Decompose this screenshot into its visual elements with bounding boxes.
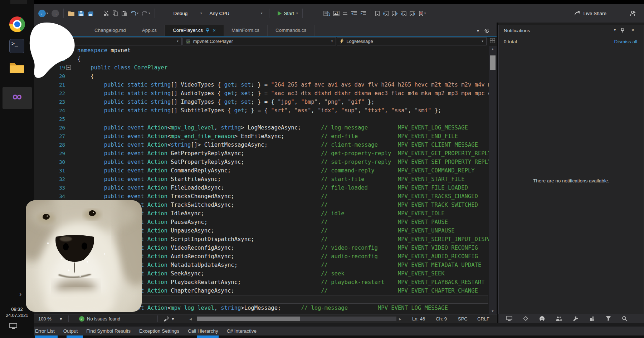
scroll-right-icon[interactable]: ▶ <box>399 314 401 323</box>
save-button[interactable] <box>78 10 84 16</box>
health-indicator[interactable]: ✓ No issues found <box>79 314 120 323</box>
code-line[interactable]: 24 public static string[] SubtitleTypes … <box>34 106 489 115</box>
redo-button[interactable]: ▾ <box>142 11 150 16</box>
next-bookmark-button[interactable] <box>392 11 397 16</box>
visual-studio-taskbar-tile[interactable]: ∞ <box>3 87 32 109</box>
code-line[interactable]: 34 public event Action TracksChangedAsyn… <box>34 192 489 201</box>
bookmark-icon <box>375 11 380 16</box>
send-feedback-button[interactable] <box>630 10 636 16</box>
code-line[interactable]: 21 public static string[] VideoTypes { g… <box>34 80 489 89</box>
building-icon[interactable] <box>589 316 595 321</box>
chevron-down-icon: ▾ <box>296 12 298 15</box>
code-text: public event Action<mpv_end_file_reason>… <box>77 132 489 141</box>
code-line[interactable]: 33 public event Action FileLoadedAsync; … <box>34 183 489 192</box>
solution-configuration-dropdown[interactable]: Debug ▾ <box>171 9 204 18</box>
navigate-backward-button[interactable]: ← ▾ <box>38 10 48 17</box>
copy-button[interactable] <box>112 10 118 16</box>
solution-platform-dropdown[interactable]: Any CPU ▾ <box>208 9 265 18</box>
panel-tab-find-symbol-results[interactable]: Find Symbol Results <box>86 328 131 334</box>
panel-tab-output[interactable]: Output <box>63 328 78 334</box>
code-line[interactable]: 17−namespace mpvnet <box>34 46 489 55</box>
next-bookmark-in-folder-button[interactable] <box>410 11 415 16</box>
type-dropdown[interactable]: C# mpvnet.CorePlayer ▾ <box>182 37 336 45</box>
open-file-button[interactable] <box>68 10 75 16</box>
close-icon[interactable]: × <box>213 28 216 33</box>
increase-indent-button[interactable] <box>360 11 366 16</box>
show-desktop-icon[interactable] <box>9 323 17 329</box>
undo-button[interactable]: ▾ <box>130 11 139 16</box>
search-icon[interactable] <box>622 316 628 322</box>
code-cleanup-button[interactable] <box>164 314 169 323</box>
navigate-forward-button[interactable]: → <box>52 10 59 17</box>
horizontal-scrollbar-thumb[interactable] <box>197 317 300 321</box>
taskbar-chevron-icon[interactable]: › <box>19 290 21 298</box>
live-share-button[interactable]: Live Share <box>574 10 606 16</box>
previous-bookmark-in-folder-button[interactable] <box>401 11 406 16</box>
dismiss-all-link[interactable]: Dismiss all <box>614 39 637 44</box>
vertical-scrollbar-thumb[interactable] <box>490 55 496 70</box>
tab-commands-cs[interactable]: Commands.cs <box>268 25 314 36</box>
toggle-bookmark-button[interactable] <box>375 11 380 16</box>
member-dropdown[interactable]: LogMessage ▾ <box>337 37 487 45</box>
tab-changelog-md[interactable]: Changelog.md <box>87 25 134 36</box>
panel-tab-exception-settings[interactable]: Exception Settings <box>139 328 179 334</box>
pin-icon[interactable] <box>620 28 625 33</box>
find-in-files-button[interactable] <box>323 10 330 16</box>
line-ending-mode[interactable]: CRLF <box>477 314 489 323</box>
code-line[interactable]: 25 <box>34 115 489 123</box>
code-line[interactable]: 32 public event Action StartFileAsync; /… <box>34 175 489 183</box>
image-button[interactable] <box>333 11 340 16</box>
filter-icon[interactable] <box>606 316 611 321</box>
code-line[interactable]: 19− public class CorePlayer <box>34 63 489 72</box>
tab-mainform-cs[interactable]: MainForm.cs <box>224 25 268 36</box>
panel-tab-c-interactive[interactable]: C# Interactive <box>227 328 257 334</box>
paste-button[interactable] <box>121 10 127 16</box>
monitor-icon[interactable] <box>506 316 512 321</box>
scroll-up-icon[interactable]: ▲ <box>489 47 497 51</box>
people-icon[interactable] <box>556 316 562 321</box>
github-icon[interactable] <box>539 316 545 322</box>
code-line[interactable]: 27 public event Action<mpv_end_file_reas… <box>34 132 489 141</box>
cut-button[interactable] <box>103 10 109 16</box>
close-icon[interactable]: × <box>631 27 634 33</box>
code-line[interactable]: 30 public event Action SetPropertyReplyA… <box>34 158 489 166</box>
feedback-person-icon <box>630 10 636 16</box>
tab-list-chevron-icon[interactable]: ▼ <box>476 29 480 33</box>
space-mode[interactable]: SPC <box>458 314 468 323</box>
clear-bookmarks-button[interactable]: ▾ <box>419 11 426 16</box>
line-options-button[interactable] <box>343 11 348 15</box>
start-label: Start <box>284 11 294 16</box>
code-line[interactable]: 31 public event Action CommandReplyAsync… <box>34 166 489 175</box>
taskbar-date[interactable]: 24.07.2021 <box>0 313 34 318</box>
line-number: 23 <box>34 98 65 106</box>
scroll-down-icon[interactable]: ▼ <box>489 309 497 313</box>
notifications-header[interactable]: Notifications ▾ × <box>499 25 644 36</box>
tab-app-cs[interactable]: App.cs <box>134 25 165 36</box>
fold-margin <box>65 141 77 149</box>
tab-coreplayer-cs[interactable]: CorePlayer.cs× <box>165 25 224 36</box>
diamond-icon[interactable] <box>523 316 528 321</box>
chevron-down-icon[interactable]: ▾ <box>614 28 616 32</box>
wrench-icon[interactable] <box>573 316 579 322</box>
document-options-gear-icon[interactable] <box>484 28 489 34</box>
code-line[interactable]: 22 public static string[] AudioTypes { g… <box>34 89 489 98</box>
zoom-dropdown[interactable]: 100 % <box>38 314 52 323</box>
scroll-left-icon[interactable]: ◀ <box>189 314 192 323</box>
code-line[interactable]: 20 { <box>34 72 489 80</box>
editor-vertical-scrollbar[interactable]: ▲ ▼ <box>489 46 497 314</box>
save-all-button[interactable] <box>87 10 94 16</box>
code-line[interactable]: 29 public event Action GetPropertyReplyA… <box>34 149 489 158</box>
status-bar-segment <box>197 335 219 338</box>
decrease-indent-button[interactable] <box>351 11 357 16</box>
code-line[interactable]: 23 public static string[] ImageTypes { g… <box>34 98 489 106</box>
horizontal-scrollbar[interactable] <box>197 317 396 321</box>
start-debugging-button[interactable]: Start ▾ <box>277 11 298 16</box>
pin-icon[interactable] <box>206 28 210 33</box>
split-window-icon[interactable] <box>490 38 495 44</box>
panel-tab-call-hierarchy[interactable]: Call Hierarchy <box>188 328 218 334</box>
previous-bookmark-button[interactable] <box>383 11 389 16</box>
code-line[interactable]: 18{ <box>34 55 489 63</box>
code-line[interactable]: 28 public event Action<string[]> ClientM… <box>34 141 489 149</box>
code-line[interactable]: 26 public event Action<mpv_log_level, st… <box>34 123 489 132</box>
panel-tab-error-list[interactable]: Error List <box>35 328 55 334</box>
